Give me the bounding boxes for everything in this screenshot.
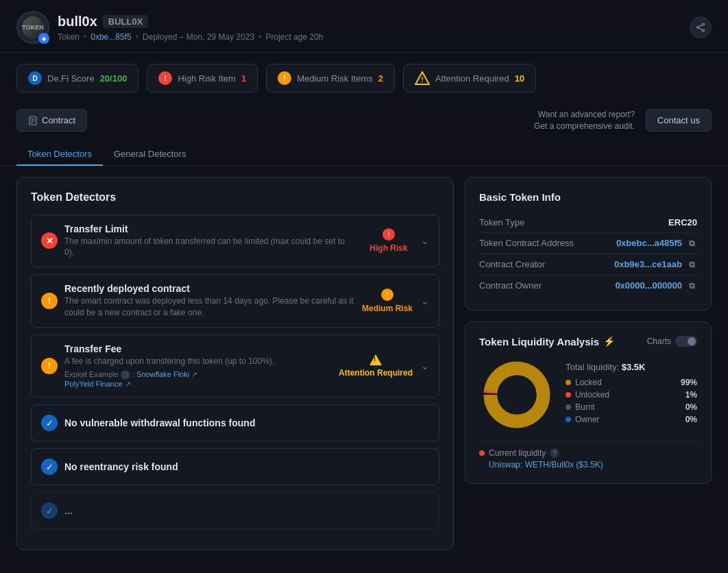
chevron-down-icon: ⌄ bbox=[421, 361, 429, 371]
contract-button[interactable]: Contract bbox=[16, 109, 87, 132]
info-val-contract-address: 0xbebc...a485f5 ⧉ bbox=[616, 238, 697, 249]
contract-creator-link[interactable]: 0xb9e3...ce1aab bbox=[614, 259, 682, 269]
score-card-medium-risk[interactable]: ! Medium Risk Items 2 bbox=[266, 64, 395, 93]
legend-pct-unlocked: 1% bbox=[685, 390, 697, 400]
detector-name: Transfer Limit bbox=[64, 223, 356, 234]
liquidity-header: Token Liquidity Analysis ⚡ Charts bbox=[479, 336, 697, 348]
detector-status-medium: ! Medium Risk bbox=[362, 289, 413, 313]
detector-header-transfer-fee[interactable]: ! Transfer Fee A fee is charged upon tra… bbox=[32, 335, 439, 397]
medium-status-icon: ! bbox=[381, 289, 393, 301]
info-key-contract-creator: Contract Creator bbox=[479, 259, 545, 269]
check-icon: ✓ bbox=[41, 459, 58, 475]
medium-risk-value: 2 bbox=[378, 73, 383, 84]
token-title: bull0x BULL0X Token • 0xbe...85f5 • Depl… bbox=[58, 14, 324, 42]
no-risk-label: No vulnerable withdrawal functions found bbox=[64, 417, 255, 428]
donut-svg bbox=[479, 357, 555, 432]
info-icon[interactable]: ⓘ bbox=[121, 370, 130, 380]
no-risk-label: ... bbox=[64, 505, 73, 516]
token-badge: ◆ bbox=[38, 33, 49, 44]
detector-desc: A fee is charged upon transfering this t… bbox=[64, 356, 330, 367]
status-label: Attention Required bbox=[339, 368, 413, 378]
check-icon: ✓ bbox=[41, 502, 58, 519]
score-card-defi[interactable]: D De.Fi Score 20/100 bbox=[16, 64, 138, 93]
uniswap-pool-link[interactable]: Uniswap: WETH/Bull0x ($3.5K) bbox=[489, 460, 603, 470]
detector-item-transfer-limit: ✕ Transfer Limit The max/min amount of t… bbox=[31, 215, 439, 268]
no-risk-label: No reentrancy risk found bbox=[64, 461, 178, 472]
detector-text-transfer-fee: Transfer Fee A fee is charged upon trans… bbox=[64, 343, 330, 389]
svg-point-13 bbox=[497, 375, 536, 414]
basic-token-info-card: Basic Token Info Token Type ERC20 Token … bbox=[465, 177, 712, 310]
status-label: Medium Risk bbox=[362, 304, 413, 313]
current-liq-info-icon[interactable]: ? bbox=[550, 448, 559, 458]
high-risk-value: 1 bbox=[241, 73, 246, 84]
defi-label: De.Fi Score bbox=[47, 73, 95, 84]
info-key-token-type: Token Type bbox=[479, 217, 524, 228]
info-row-contract-creator: Contract Creator 0xb9e3...ce1aab ⧉ bbox=[479, 254, 697, 276]
svg-text:!: ! bbox=[421, 75, 424, 84]
share-button[interactable] bbox=[690, 16, 712, 38]
info-row-contract-owner: Contract Owner 0x0000...000000 ⧉ bbox=[479, 276, 697, 296]
donut-chart bbox=[479, 357, 555, 432]
contract-address-link[interactable]: 0xbebc...a485f5 bbox=[616, 238, 682, 248]
legend-dot-locked bbox=[566, 380, 571, 385]
exploit-link-snowflake[interactable]: Snowflake Floki bbox=[136, 370, 189, 378]
detector-icon-medium-risk: ! bbox=[41, 293, 58, 309]
tab-token-detectors[interactable]: Token Detectors bbox=[16, 143, 103, 166]
legend-pct-owner: 0% bbox=[685, 415, 697, 424]
current-liq-dot bbox=[479, 450, 485, 456]
legend-dot-owner bbox=[566, 417, 571, 422]
charts-toggle-switch[interactable] bbox=[675, 336, 697, 347]
header: TOKEN ◆ bull0x BULL0X Token • 0xbe...85f… bbox=[0, 0, 728, 53]
detector-item-transfer-fee: ! Transfer Fee A fee is charged upon tra… bbox=[31, 334, 439, 398]
contract-icon bbox=[28, 116, 38, 125]
exploit-link-polyyeld[interactable]: PolyYeld Finance bbox=[64, 380, 123, 388]
current-liquidity: Current liquidity ? Uniswap: WETH/Bull0x… bbox=[479, 441, 697, 470]
svg-line-3 bbox=[699, 25, 702, 27]
attention-label: Attention Required bbox=[435, 73, 509, 84]
copy-owner-address-icon[interactable]: ⧉ bbox=[686, 280, 697, 291]
detector-item-recently-deployed: ! Recently deployed contract The smart c… bbox=[31, 274, 439, 328]
medium-risk-icon: ! bbox=[278, 71, 291, 85]
legend-item-owner: Owner 0% bbox=[566, 415, 697, 424]
detector-text-transfer-limit: Transfer Limit The max/min amount of tok… bbox=[64, 223, 356, 259]
token-address-link[interactable]: 0xbe...85f5 bbox=[90, 32, 131, 42]
contract-owner-link[interactable]: 0x0000...000000 bbox=[615, 280, 682, 291]
copy-contract-address-icon[interactable]: ⧉ bbox=[686, 238, 697, 249]
main-content: Token Detectors ✕ Transfer Limit The max… bbox=[0, 166, 728, 561]
contract-btn-label: Contract bbox=[42, 115, 75, 125]
info-key-contract-owner: Contract Owner bbox=[479, 280, 542, 291]
panel-title: Token Detectors bbox=[31, 191, 439, 204]
detector-name: Recently deployed contract bbox=[64, 283, 354, 294]
high-risk-icon: ! bbox=[158, 71, 172, 85]
liquidity-legend: Total liquidity: $3.5K Locked 99% U bbox=[566, 362, 697, 427]
tabs: Token Detectors General Detectors bbox=[0, 132, 728, 166]
chevron-down-icon: ⌄ bbox=[421, 235, 429, 246]
score-card-high-risk[interactable]: ! High Risk Item 1 bbox=[147, 64, 258, 93]
copy-creator-address-icon[interactable]: ⧉ bbox=[686, 259, 697, 270]
audit-cta-text: Want an advanced report? Get a comprehen… bbox=[534, 109, 635, 132]
detector-header-recently-deployed[interactable]: ! Recently deployed contract The smart c… bbox=[32, 275, 439, 327]
token-symbol: BULL0X bbox=[103, 15, 149, 28]
high-status-icon: ! bbox=[383, 228, 395, 241]
charts-toggle[interactable]: Charts bbox=[647, 336, 697, 347]
contract-nav: Contract Want an advanced report? Get a … bbox=[0, 103, 728, 132]
attention-value: 10 bbox=[515, 73, 524, 84]
token-detectors-panel: Token Detectors ✕ Transfer Limit The max… bbox=[16, 177, 454, 550]
tab-general-detectors[interactable]: General Detectors bbox=[103, 143, 197, 166]
contact-button[interactable]: Contact us bbox=[646, 109, 712, 132]
detector-status-high: ! High Risk bbox=[365, 228, 413, 253]
legend-dot-unlocked bbox=[566, 392, 571, 398]
detector-exploit: Exploit Example ⓘ : Snowflake Floki ↗ Po… bbox=[64, 370, 330, 389]
info-row-contract-address: Token Contract Address 0xbebc...a485f5 ⧉ bbox=[479, 233, 697, 254]
total-liquidity: Total liquidity: $3.5K bbox=[566, 362, 697, 372]
info-key-contract-address: Token Contract Address bbox=[479, 238, 574, 248]
detector-desc: The smart contract was deployed less tha… bbox=[64, 295, 354, 319]
liquidity-card: Token Liquidity Analysis ⚡ Charts bbox=[465, 321, 712, 484]
detector-header-transfer-limit[interactable]: ✕ Transfer Limit The max/min amount of t… bbox=[32, 215, 439, 267]
info-val-contract-owner: 0x0000...000000 ⧉ bbox=[615, 280, 697, 291]
medium-risk-label: Medium Risk Items bbox=[297, 73, 373, 84]
current-liq-label: Current liquidity ? bbox=[479, 448, 697, 458]
score-card-attention[interactable]: ! Attention Required 10 bbox=[403, 64, 536, 93]
legend-item-locked: Locked 99% bbox=[566, 378, 697, 387]
basic-token-info-title: Basic Token Info bbox=[479, 191, 697, 203]
